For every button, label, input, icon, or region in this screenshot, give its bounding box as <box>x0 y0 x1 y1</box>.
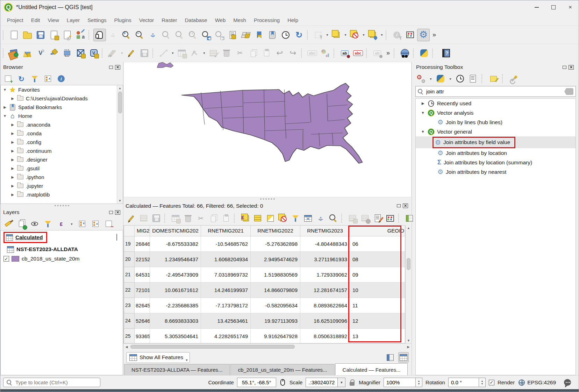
table-cell[interactable]: 12 <box>350 313 406 328</box>
menu-web[interactable]: Web <box>211 16 230 24</box>
scripts-dropdown[interactable]: ▾ <box>448 77 452 81</box>
collapse-all-button[interactable] <box>91 219 100 229</box>
toolbar2-overflow-button[interactable]: » <box>384 49 392 57</box>
toolbox-alg-join-by-nearest[interactable]: ⚙ Join attributes by nearest <box>416 167 576 177</box>
remove-layer-button[interactable] <box>104 219 114 229</box>
table-row[interactable]: 227210110.06167161214.24619993714.866079… <box>124 282 406 298</box>
browser-item-home[interactable]: ▼⌂Home <box>1 112 117 120</box>
scroll-up-icon[interactable]: ▲ <box>117 85 123 91</box>
table-cell[interactable]: 93365 <box>135 328 150 343</box>
new-print-layout-button[interactable] <box>48 29 60 41</box>
vertex-tool-button[interactable] <box>189 47 201 59</box>
attr-new-field-button[interactable] <box>347 213 358 224</box>
toolbox-search-input[interactable] <box>426 88 562 95</box>
table-cell[interactable]: 64531 <box>135 267 150 282</box>
expander-icon[interactable]: ▶ <box>10 123 15 127</box>
attr-field-calculator-button[interactable] <box>372 213 383 224</box>
toolbox-group-vector-analysis[interactable]: ▼ Q Vector analysis <box>416 108 576 117</box>
toolbox-alg-join-by-field-value[interactable]: ⚙ Join attributes by field value <box>416 136 576 148</box>
table-cell[interactable]: 12.281674157 <box>300 282 350 298</box>
deselect-dropdown[interactable]: ▾ <box>362 33 366 37</box>
zoom-native-button[interactable]: 1:1 <box>186 29 199 41</box>
processing-toolbox-button[interactable]: ⚙ <box>417 29 430 41</box>
menu-database[interactable]: Database <box>181 16 211 24</box>
toolbox-options-button[interactable] <box>509 74 519 84</box>
layer-labeling-button[interactable]: abc <box>306 47 319 59</box>
row-number[interactable]: 22 <box>124 282 135 298</box>
table-cell[interactable]: 8.0893622664 <box>300 298 350 313</box>
attr-float-icon[interactable] <box>397 204 401 207</box>
attr-conditional-format-button[interactable] <box>385 213 396 224</box>
new-mesh-layer-button[interactable] <box>74 47 87 59</box>
scroll-up-icon[interactable]: ▲ <box>406 225 412 231</box>
digitize-button[interactable] <box>157 47 170 59</box>
add-record-button[interactable] <box>176 47 188 59</box>
toolbar-grip[interactable] <box>432 49 435 58</box>
table-cell[interactable]: 52646 <box>135 313 150 328</box>
browser-item-folder[interactable]: ▶.gsutil <box>1 164 117 173</box>
menu-mesh[interactable]: Mesh <box>229 16 250 24</box>
table-cell[interactable]: 10.061671612 <box>150 282 201 298</box>
toolbar-grip[interactable] <box>398 214 401 223</box>
browser-refresh-button[interactable]: ↻ <box>16 74 26 84</box>
toolbox-close-icon[interactable]: × <box>569 65 574 70</box>
toolbar-grip[interactable] <box>366 49 369 58</box>
attr-deselect-all-button[interactable] <box>277 213 288 224</box>
select-by-location-button[interactable] <box>366 29 379 41</box>
scroll-thumb[interactable] <box>130 345 295 349</box>
toolbar-grip[interactable] <box>413 49 416 58</box>
table-cell[interactable]: 16.625109096 <box>300 313 350 328</box>
layer-visibility-checkbox[interactable]: ✓ <box>3 256 9 262</box>
column-header[interactable]: RNETMIG2022 <box>251 226 300 236</box>
expander-icon[interactable]: ▼ <box>3 88 7 92</box>
browser-close-icon[interactable]: × <box>115 65 120 70</box>
new-3d-map-view-button[interactable] <box>240 29 252 41</box>
table-cell[interactable]: -2.235686385 <box>150 298 201 313</box>
scale-input[interactable] <box>306 378 338 387</box>
scale-dropdown-icon[interactable]: ▼ <box>338 378 345 387</box>
table-view-button[interactable] <box>398 352 409 363</box>
table-cell[interactable]: 26846 <box>135 236 150 251</box>
toolbar-grip[interactable] <box>301 49 304 58</box>
crs-status-button[interactable]: EPSG:4269 <box>518 379 556 386</box>
attr-move-selection-top-button[interactable]: ▲ <box>302 213 314 224</box>
browser-item-folder[interactable]: ▶.conda <box>1 129 117 138</box>
row-number[interactable]: 21 <box>124 267 135 282</box>
select-by-value-dropdown[interactable]: ▾ <box>343 33 348 37</box>
scroll-thumb[interactable] <box>407 258 410 270</box>
expander-icon[interactable]: ▼ <box>3 114 7 118</box>
toolbar-grip[interactable] <box>152 49 156 58</box>
expression-filter-button[interactable]: ε <box>56 219 66 229</box>
table-cell[interactable]: 22152 <box>135 251 150 267</box>
layer-styling-button[interactable] <box>3 219 13 229</box>
expression-filter-dropdown[interactable]: ▾ <box>70 222 74 226</box>
toolbar-grip[interactable] <box>386 30 389 40</box>
tab-calculated[interactable]: Calculated — Features... <box>335 363 408 375</box>
table-cell[interactable]: 14.246199937 <box>201 282 251 298</box>
extents-toggle-icon[interactable] <box>279 379 286 386</box>
table-cell[interactable]: 1.729339062 <box>300 267 350 282</box>
table-row[interactable]: 2382645-2.235686385-7.173798172-0.582095… <box>124 298 406 313</box>
zoom-to-selection-button[interactable] <box>160 29 172 41</box>
expander-icon[interactable]: ▶ <box>10 131 15 135</box>
expander-icon[interactable]: ▶ <box>10 175 15 179</box>
pan-to-selection-button[interactable]: ↔↕ <box>107 29 119 41</box>
zoom-full-button[interactable]: ↔↕ <box>146 29 159 41</box>
select-features-dropdown[interactable]: ▾ <box>325 33 329 37</box>
lock-scale-icon[interactable] <box>349 379 356 386</box>
toolbox-scripts-button[interactable] <box>436 74 445 84</box>
attr-close-icon[interactable]: × <box>403 204 408 208</box>
maximize-button[interactable] <box>545 0 562 14</box>
zoom-in-button[interactable]: + <box>120 29 133 41</box>
menu-vector[interactable]: Vector <box>135 16 158 24</box>
attr-save-edits-button[interactable] <box>151 213 162 224</box>
menu-help[interactable]: Help <box>284 16 302 24</box>
table-vertical-scrollbar[interactable]: ▲ ▼ <box>405 225 412 343</box>
browser-add-layer-button[interactable] <box>3 74 13 84</box>
column-header[interactable]: RNETMIG2023 <box>300 226 350 236</box>
table-row[interactable]: 2164531-2.4954739097.03189697321.5198830… <box>124 267 406 282</box>
table-cell[interactable]: 09 <box>350 267 406 282</box>
browser-float-icon[interactable] <box>109 66 113 69</box>
table-cell[interactable]: 1.2349546437 <box>150 251 201 267</box>
table-cell[interactable]: 19.927113093 <box>251 313 300 328</box>
